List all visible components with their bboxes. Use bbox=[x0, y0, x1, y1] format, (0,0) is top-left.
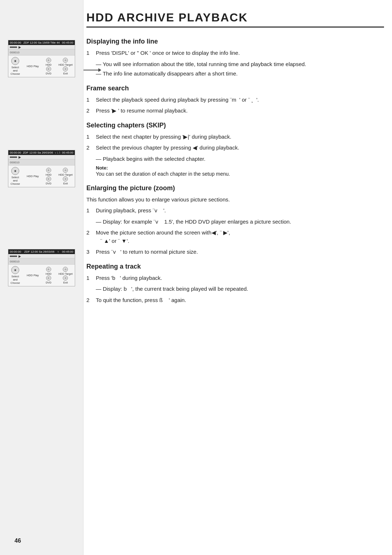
screen-3-title: ZDF 12:00 Sa 26/03/06 bbox=[24, 250, 54, 253]
ctrl-hdd-btn-1: ⊙ bbox=[46, 58, 51, 63]
step-list-repeat: 1 Press 'b ' during playback. bbox=[86, 274, 384, 282]
screen-1-play-icon: ▶ bbox=[19, 45, 21, 49]
step-item: 2 Move the picture section around the sc… bbox=[86, 229, 384, 245]
step-num: 2 bbox=[86, 296, 94, 305]
step-num: 1 bbox=[86, 49, 94, 57]
note-label: Note: bbox=[96, 165, 384, 171]
screen-3-progress-bar bbox=[10, 256, 17, 257]
ctrl-exit-label-1: Exit bbox=[63, 72, 68, 75]
ctrl-select-label1-1: Select bbox=[12, 66, 19, 69]
ctrl-dvd-label-3: DVD bbox=[46, 281, 52, 284]
screen-3-track: 000010 bbox=[8, 258, 75, 264]
step-list-displaying: 1 Press 'DISPL' or " OK ' once or twice … bbox=[86, 49, 384, 57]
ctrl-hddplay-label-3: HDD Play bbox=[27, 274, 39, 277]
ctrl-select-btn-2: ◉ bbox=[11, 167, 19, 175]
ctrl-group-hddplay-3: HDD Play bbox=[27, 274, 39, 277]
step-text: Select the next chapter by pressing '▶|'… bbox=[96, 133, 384, 141]
screen-1-track: 000010 bbox=[8, 49, 75, 55]
ctrl-select-label3-3: Choose bbox=[11, 281, 20, 285]
screen-2-zoom: v 1.5 bbox=[55, 151, 60, 154]
step-text: Move the picture section around the scre… bbox=[96, 229, 384, 245]
screen-1-progress: ▶ bbox=[8, 45, 75, 49]
screen-2-time-right: 00:45:00 bbox=[62, 151, 73, 154]
step-list-zoom-2: 2 Move the picture section around the sc… bbox=[86, 229, 384, 256]
screen-2-controls: ◉ Select and Choose HDD Play ⊙ HDD ⊙ DVD… bbox=[8, 165, 75, 187]
ctrl-exit-btn-3: ⊙ bbox=[63, 276, 68, 281]
sidebar: 00:00:00 ZDF 12:00 Sa 19/09 Title 44 00:… bbox=[0, 0, 83, 555]
step-item: 3 Press ¨v ' to return to normal picture… bbox=[86, 248, 384, 256]
ctrl-target-label-3: HDD Target bbox=[58, 272, 73, 276]
ctrl-hdd-label-1: HDD bbox=[46, 63, 52, 66]
note-text: You can set the duration of each chapter… bbox=[96, 171, 384, 178]
screen-2-top-bar: 00:00:00 ZDF 12:00 Sa 26/03/06 v 1.5 00:… bbox=[8, 150, 75, 155]
ctrl-group-target-3: ⊙ HDD Target ⊙ Exit bbox=[58, 267, 73, 284]
screen-1-time-left: 00:00:00 bbox=[10, 41, 21, 44]
screen-1-track-num: 000010 bbox=[10, 51, 20, 54]
step-list-repeat-2: 2 To quit the function, press ß ' again. bbox=[86, 296, 384, 305]
ctrl-group-select-3: ◉ Select and Choose bbox=[11, 266, 20, 285]
screen-3-top-bar: 00:00:00 ZDF 12:00 Sa 26/03/06 h 00:45:0… bbox=[8, 249, 75, 254]
note-block-chapters: Note: You can set the duration of each c… bbox=[96, 165, 384, 178]
step-text: Press ¨v ' to return to normal picture s… bbox=[96, 248, 384, 256]
ctrl-target-btn-1: ⊙ bbox=[63, 58, 68, 63]
ctrl-group-target-2: ⊙ HDD Target ⊙ Exit bbox=[58, 168, 73, 185]
screen-3-controls: ◉ Select and Choose HDD Play ⊙ HDD ⊙ DVD… bbox=[8, 264, 75, 286]
ctrl-dvd-btn-1: ⊙ bbox=[46, 66, 51, 72]
step-list-chapters: 1 Select the next chapter by pressing '▶… bbox=[86, 133, 384, 152]
page-number: 46 bbox=[15, 538, 21, 544]
section-title-chapters: Selecting chapters (SKIP) bbox=[86, 122, 384, 129]
ctrl-exit-label-3: Exit bbox=[63, 281, 68, 284]
ctrl-select-btn-3: ◉ bbox=[11, 266, 19, 274]
section-title-frame: Frame search bbox=[86, 85, 384, 92]
ctrl-target-btn-2: ⊙ bbox=[63, 168, 68, 173]
step-num: 3 bbox=[86, 248, 94, 256]
ctrl-hdd-btn-2: ⊙ bbox=[46, 168, 51, 173]
screen-1-time-right: 00:45:00 bbox=[62, 41, 73, 44]
section-title-displaying: Displaying the info line bbox=[86, 38, 384, 45]
ctrl-group-hdd-1: ⊙ HDD ⊙ DVD bbox=[46, 58, 52, 75]
ctrl-group-hddplay-1: HDD Play bbox=[27, 65, 39, 68]
ctrl-select-label3-1: Choose bbox=[11, 72, 20, 76]
screen-3-progress: ▶ bbox=[8, 254, 75, 258]
ctrl-dvd-label-2: DVD bbox=[46, 182, 52, 185]
step-text: Press '▶ ' to resume normal playback. bbox=[96, 107, 384, 115]
step-item: 2 Press '▶ ' to resume normal playback. bbox=[86, 107, 384, 115]
screen-1-controls: ◉ Select and Choose HDD Play ⊙ HDD ⊙ DVD… bbox=[8, 55, 75, 77]
zoom-intro: This function allows you to enlarge vari… bbox=[86, 196, 384, 204]
ctrl-select-btn-1: ◉ bbox=[11, 57, 19, 65]
step-num: 2 bbox=[86, 229, 94, 237]
screen-3-time-left: 00:00:00 bbox=[10, 250, 21, 253]
ctrl-exit-label-2: Exit bbox=[63, 182, 68, 185]
page-title: HDD ARCHIVE PLAYBACK bbox=[86, 11, 384, 28]
screen-2-time-left: 00:00:00 bbox=[10, 151, 21, 154]
ctrl-group-select-1: ◉ Select and Choose bbox=[11, 57, 20, 76]
ctrl-group-hdd-2: ⊙ HDD ⊙ DVD bbox=[46, 168, 52, 185]
info-note-2: — The info line automatically disappears… bbox=[96, 70, 384, 78]
screen-2-title: ZDF 12:00 Sa 26/03/06 bbox=[23, 151, 53, 154]
ctrl-hdd-btn-3: ⊙ bbox=[46, 267, 51, 272]
screen-1-progress-bar bbox=[10, 46, 17, 48]
section-title-zoom: Enlarging the picture (zoom) bbox=[86, 184, 384, 192]
step-item: 1 Press 'b ' during playback. bbox=[86, 274, 384, 282]
ctrl-hdd-label-3: HDD bbox=[46, 272, 52, 276]
chapters-note: — Playback begins with the selected chap… bbox=[96, 155, 384, 163]
step-num: 2 bbox=[86, 107, 94, 115]
step-num: 1 bbox=[86, 274, 94, 282]
ctrl-hdd-label-2: HDD bbox=[46, 173, 52, 176]
step-text: To quit the function, press ß ' again. bbox=[96, 296, 384, 305]
ctrl-group-hddplay-2: HDD Play bbox=[27, 175, 39, 178]
ctrl-dvd-btn-3: ⊙ bbox=[46, 276, 51, 281]
screen-1: 00:00:00 ZDF 12:00 Sa 19/09 Title 44 00:… bbox=[8, 40, 75, 77]
screen-3: 00:00:00 ZDF 12:00 Sa 26/03/06 h 00:45:0… bbox=[8, 249, 75, 286]
zoom-note-1: — Display: for example ¨v 1.5', the HDD … bbox=[96, 218, 384, 226]
screen-2-progress: ▶ bbox=[8, 155, 75, 159]
ctrl-group-target-1: ⊙ HDD Target ⊙ Exit bbox=[58, 58, 73, 75]
ctrl-select-label2-2: and bbox=[13, 179, 18, 182]
ctrl-dvd-label-1: DVD bbox=[46, 72, 52, 75]
step-text: During playback, press ¨v '. bbox=[96, 207, 384, 215]
step-list-frame: 1 Select the playback speed during playb… bbox=[86, 96, 384, 115]
step-item: 2 Select the previous chapter by pressin… bbox=[86, 144, 384, 152]
step-item: 1 Press 'DISPL' or " OK ' once or twice … bbox=[86, 49, 384, 57]
step-item: 1 Select the next chapter by pressing '▶… bbox=[86, 133, 384, 141]
section-title-repeat: Repeating a track bbox=[86, 263, 384, 270]
